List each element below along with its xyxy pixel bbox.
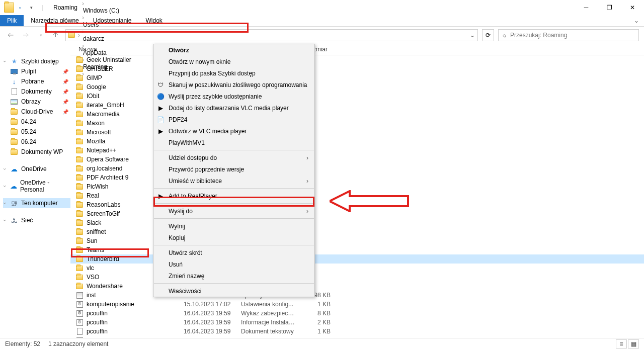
sidebar-item-pulpit[interactable]: Pulpit📌	[3, 66, 70, 76]
folder-icon	[75, 164, 84, 172]
menu-item-usu-[interactable]: Usuń	[153, 258, 314, 270]
minimize-button[interactable]: ─	[575, 0, 598, 15]
refresh-button[interactable]: ⟳	[482, 29, 494, 41]
sidebar-item-obrazy[interactable]: Obrazy📌	[3, 97, 70, 107]
menu-item-wytnij[interactable]: Wytnij	[153, 220, 314, 232]
sidebar-item-pobrane[interactable]: ↓Pobrane📌	[3, 76, 70, 86]
menu-item-udziel-dost-pu-do[interactable]: Udziel dostępu do›	[153, 152, 314, 163]
file-date: 16.04.2023 19:59	[184, 310, 241, 317]
folder-icon	[75, 210, 84, 218]
folder-icon	[75, 101, 84, 109]
address-bar[interactable]: › Ten komputer›Windows (C:)›Users›dakarc…	[65, 29, 478, 41]
menu-item-pdf24[interactable]: 📄PDF24	[153, 114, 314, 125]
folder-icon	[75, 173, 84, 182]
status-count: Elementy: 52	[5, 340, 40, 347]
folder-icon	[75, 192, 84, 200]
img-icon	[10, 98, 18, 106]
chevron-right-icon: ›	[306, 178, 308, 185]
view-large-button[interactable]: ▦	[628, 339, 639, 348]
menu-item-add-to-realplayer[interactable]: ▶Add to RealPlayer	[153, 190, 314, 202]
nav-network[interactable]: 🖧Sieć	[3, 215, 70, 225]
crumb-dakarcz[interactable]: dakarcz	[81, 35, 122, 42]
qat-dropdown-icon[interactable]: ▾	[26, 3, 36, 13]
file-row[interactable]: pcouffin.sys16.04.2023 19:59Plik systemo…	[70, 336, 644, 338]
file-name: pcouffin	[87, 319, 184, 326]
status-selected: 1 zaznaczony element	[48, 340, 108, 347]
menu-item-dodaj-do-listy-odtwarzania-vlc[interactable]: ▶Dodaj do listy odtwarzania VLC media pl…	[153, 102, 314, 114]
chevron-right-icon[interactable]: ›	[81, 0, 85, 7]
menu-item-otw-rz-w-nowym-oknie[interactable]: Otwórz w nowym oknie	[153, 56, 314, 67]
file-row[interactable]: komputeropisanie15.10.2023 17:02Ustawien…	[70, 300, 644, 309]
tab-home[interactable]: Narzędzia główne	[24, 15, 86, 26]
menu-item-w-a-ciwo-ci[interactable]: Właściwości	[153, 285, 314, 297]
folder-icon	[75, 56, 84, 64]
folder-icon	[75, 246, 84, 254]
menu-item-skanuj-w-poszukiwaniu-z-o-liwe[interactable]: 🛡Skanuj w poszukiwaniu złośliwego oprogr…	[153, 79, 314, 91]
file-date: 16.04.2023 19:59	[184, 319, 241, 326]
crumb-windows-c-[interactable]: Windows (C:)	[81, 7, 122, 14]
nav-onedrive-personal[interactable]: ☁OneDrive - Personal	[3, 181, 70, 191]
up-button[interactable]: 🡡	[50, 30, 61, 41]
file-size: 2 KB	[295, 319, 331, 326]
pdf24-icon: 📄	[156, 116, 165, 124]
crumb-root[interactable]	[66, 30, 77, 41]
address-dropdown-icon[interactable]: ⌄	[467, 32, 477, 39]
menu-item-kopiuj[interactable]: Kopiuj	[153, 232, 314, 243]
menu-item-zmie-nazw-[interactable]: Zmień nazwę	[153, 270, 314, 282]
chevron-right-icon[interactable]: ›	[81, 42, 85, 49]
context-menu: OtwórzOtwórz w nowym okniePrzypnij do pa…	[153, 44, 315, 297]
file-row[interactable]: pcouffin16.04.2023 19:59Wykaz zabezpiecz…	[70, 309, 644, 318]
close-button[interactable]: ✕	[621, 0, 644, 15]
menu-item-otw-rz[interactable]: Otwórz	[153, 44, 314, 56]
chevron-right-icon[interactable]: ›	[81, 28, 85, 35]
menu-item-utw-rz-skr-t[interactable]: Utwórz skrót	[153, 247, 314, 258]
file-row[interactable]: pcouffin16.04.2023 19:59Informacje Insta…	[70, 318, 644, 327]
menu-item-przywr-poprzednie-wersje[interactable]: Przywróć poprzednie wersje	[153, 163, 314, 175]
sys-icon	[75, 336, 84, 338]
menu-item-odtw-rz-w-vlc-media-player[interactable]: ▶Odtwórz w VLC media player	[153, 125, 314, 137]
sidebar-item-04-24[interactable]: 04.24	[3, 117, 70, 127]
file-type: Dokument tekstowy	[241, 328, 295, 335]
file-date: 16.04.2023 19:59	[184, 337, 241, 338]
folder-icon	[75, 92, 84, 100]
file-size: 1 KB	[295, 301, 331, 308]
app-icon	[75, 291, 84, 299]
tab-view[interactable]: Widok	[138, 15, 169, 26]
recent-dropdown[interactable]: ▾	[35, 30, 46, 41]
file-type: Ustawienia konfig...	[241, 301, 295, 308]
file-row[interactable]: pcouffin16.04.2023 19:59Dokument tekstow…	[70, 327, 644, 336]
folder-icon	[10, 108, 18, 116]
menu-item-wy-lij-przez-szybkie-udost-pni[interactable]: 🔵Wyślij przez szybkie udostępnianie	[153, 91, 314, 102]
sidebar-item-dokumenty-wp[interactable]: Dokumenty WP	[3, 147, 70, 157]
search-input[interactable]	[510, 32, 634, 39]
sidebar-item-dokumenty[interactable]: Dokumenty📌	[3, 86, 70, 97]
txt-icon	[75, 327, 84, 335]
menu-item-playwithmv1[interactable]: PlayWithMV1	[153, 137, 314, 148]
chevron-right-icon[interactable]: ›	[81, 14, 85, 21]
file-date: 15.10.2023 17:02	[184, 301, 241, 308]
folder-icon	[10, 118, 18, 126]
nav-this-pc[interactable]: 🖳Ten komputer	[3, 198, 70, 208]
crumb-users[interactable]: Users	[81, 21, 122, 28]
menu-item-umie-w-bibliotece[interactable]: Umieść w bibliotece›	[153, 175, 314, 187]
menu-item-przypnij-do-paska-szybki-dost-[interactable]: Przypnij do paska Szybki dostęp	[153, 67, 314, 79]
file-type: Plik systemowy	[241, 337, 295, 338]
ribbon-expand-icon[interactable]: ⌄	[629, 15, 644, 26]
doc-icon	[10, 88, 18, 96]
sidebar-item-cloud-drive[interactable]: Cloud-Drive📌	[3, 107, 70, 117]
forward-button[interactable]: 🡢	[20, 30, 31, 41]
view-details-button[interactable]: ≡	[616, 339, 627, 348]
chevron-right-icon[interactable]: ›	[77, 32, 81, 39]
back-button[interactable]: 🡠	[5, 30, 16, 41]
menu-item-wy-lij-do[interactable]: Wyślij do›	[153, 205, 314, 217]
file-type: Informacje Instalat...	[241, 319, 295, 326]
qat-properties-icon[interactable]: ▫	[15, 3, 25, 13]
sidebar-item-05-24[interactable]: 05.24	[3, 127, 70, 137]
nav-quick-access[interactable]: ★Szybki dostęp	[3, 56, 70, 66]
maximize-button[interactable]: ❐	[598, 0, 621, 15]
search-box[interactable]: ⌕	[498, 29, 639, 41]
sidebar-item-06-24[interactable]: 06.24	[3, 137, 70, 147]
desk-icon	[10, 67, 18, 75]
nav-onedrive[interactable]: ☁OneDrive	[3, 164, 70, 174]
tab-file[interactable]: Plik	[0, 15, 24, 26]
